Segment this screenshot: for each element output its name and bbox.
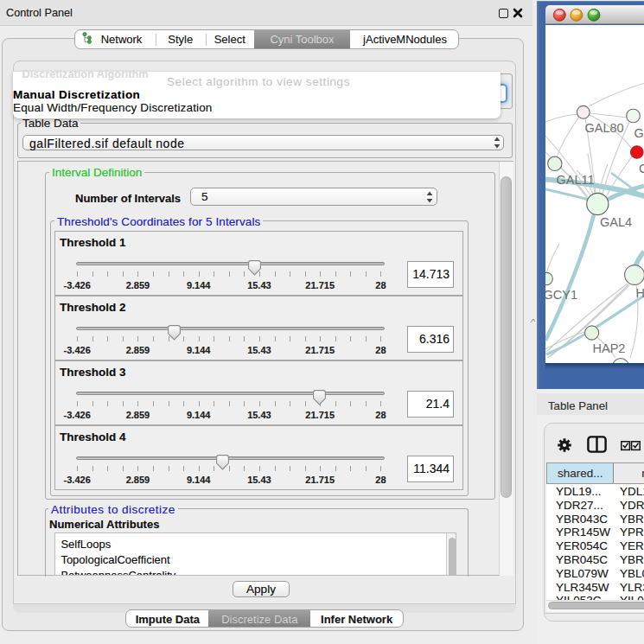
svg-text:CY: CY [639,162,644,175]
svg-text:GAL4: GAL4 [600,215,632,229]
svg-text:HAP2: HAP2 [593,341,626,355]
svg-text:GCY1: GCY1 [545,288,577,302]
svg-text:H: H [636,286,644,300]
svg-text:GA: GA [634,126,644,140]
svg-text:GAL11: GAL11 [557,173,595,187]
svg-text:GAL80: GAL80 [585,121,624,135]
